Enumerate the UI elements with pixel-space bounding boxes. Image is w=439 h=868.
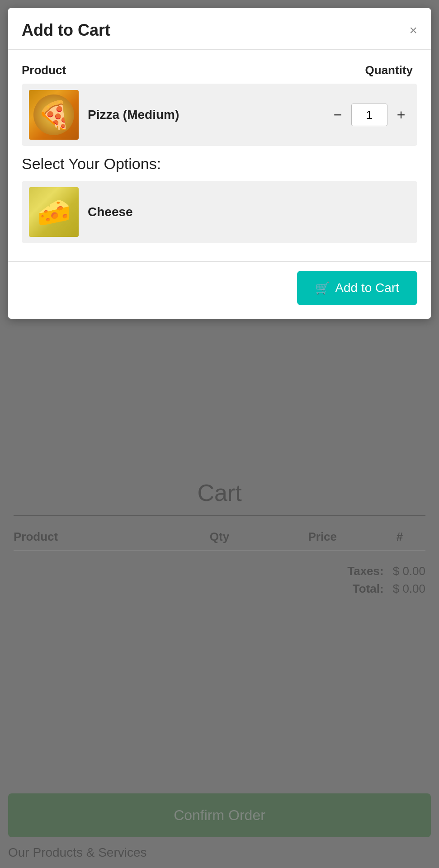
modal-title: Add to Cart [22, 21, 110, 40]
modal-footer: 🛒 Add to Cart [8, 261, 431, 319]
quantity-input[interactable] [351, 104, 387, 126]
options-title: Select Your Options: [22, 155, 417, 173]
product-row: Pizza (Medium) − + [22, 84, 417, 146]
modal-close-button[interactable]: × [409, 24, 417, 37]
quantity-decrease-button[interactable]: − [329, 108, 347, 122]
add-to-cart-button[interactable]: 🛒 Add to Cart [297, 271, 417, 305]
cart-icon: 🛒 [315, 281, 330, 295]
modal-header: Add to Cart × [8, 8, 431, 49]
product-column-header: Product [22, 63, 66, 77]
quantity-control: − + [329, 104, 410, 126]
modal-divider [8, 49, 431, 50]
add-to-cart-modal: Add to Cart × Product Quantity Pizza (Me… [8, 8, 431, 319]
option-row: Cheese [22, 181, 417, 243]
product-image [29, 90, 79, 140]
product-name: Pizza (Medium) [88, 108, 329, 122]
modal-body: Product Quantity Pizza (Medium) − + Sele… [8, 54, 431, 252]
option-image [29, 187, 79, 237]
option-name: Cheese [88, 205, 133, 219]
table-header: Product Quantity [22, 59, 417, 84]
add-to-cart-label: Add to Cart [335, 281, 399, 295]
quantity-increase-button[interactable]: + [392, 108, 410, 122]
quantity-column-header: Quantity [365, 63, 413, 77]
